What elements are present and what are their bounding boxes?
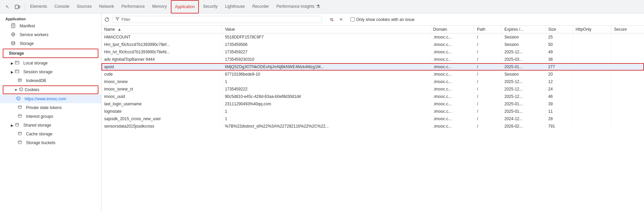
session-storage-label: Session storage <box>23 70 52 74</box>
col-name[interactable]: Name ▲ <box>101 26 222 33</box>
sidebar-item-shared-storage[interactable]: ▶ Shared storage <box>0 121 101 130</box>
tab-network[interactable]: Network <box>96 0 117 14</box>
svg-rect-0 <box>15 5 18 9</box>
table-row[interactable]: last_login_username23111290493%40qq.com.… <box>101 100 644 108</box>
storage-section-header[interactable]: Storage <box>3 49 98 58</box>
svg-point-28 <box>18 99 19 99</box>
sidebar-item-interest-groups[interactable]: Interest groups <box>0 112 101 121</box>
imooc-icon <box>16 96 22 102</box>
tab-recorder[interactable]: Recorder <box>249 0 272 14</box>
shared-storage-icon <box>15 123 21 128</box>
local-storage-arrow: ▶ <box>11 61 14 65</box>
sidebar-item-cookies[interactable]: ▼ Cookies <box>3 85 98 94</box>
sidebar: Application Manifest <box>0 14 101 213</box>
clear-all-button[interactable] <box>327 16 336 24</box>
sidebar-item-local-storage[interactable]: ▶ Local storage <box>0 59 101 68</box>
tab-performance-insights[interactable]: Performance insights ⚗ <box>273 0 324 14</box>
col-value[interactable]: Value <box>222 26 430 33</box>
sidebar-item-manifest[interactable]: Manifest <box>0 22 101 30</box>
col-secure[interactable]: Secure <box>611 26 644 33</box>
svg-point-26 <box>17 98 18 98</box>
shared-storage-label: Shared storage <box>23 123 51 128</box>
sidebar-item-imooc[interactable]: https://www.imooc.com <box>0 95 101 103</box>
svg-point-19 <box>18 79 21 80</box>
cookies-tbody: HMACCOUNT5518DDFF1578C9F7.imooc.c.../Ses… <box>101 33 644 130</box>
svg-point-21 <box>20 88 21 89</box>
col-path[interactable]: Path <box>474 26 502 33</box>
inspect-icon[interactable]: ↖ <box>3 2 12 11</box>
refresh-button[interactable] <box>104 17 110 22</box>
table-row[interactable]: adv #globalTopBanner 94441735459230310.i… <box>101 56 644 63</box>
storage-top-label: Storage <box>20 41 34 46</box>
filter-input[interactable] <box>132 17 319 22</box>
svg-point-29 <box>18 106 21 107</box>
cookies-label: Cookies <box>25 87 39 92</box>
svg-point-31 <box>16 123 19 124</box>
sidebar-item-session-storage[interactable]: ▶ Session storage <box>0 68 101 76</box>
imooc-url-label: https://www.imooc.com <box>25 97 66 101</box>
sort-arrow-name: ▲ <box>117 27 121 32</box>
storage-section-label: Storage <box>9 51 24 56</box>
sidebar-item-cache-storage[interactable]: Cache storage <box>0 130 101 138</box>
cookies-table: Name ▲ Value Domain Path Expires /... Si… <box>101 26 644 130</box>
tab-elements[interactable]: Elements <box>27 0 50 14</box>
col-domain[interactable]: Domain <box>430 26 474 33</box>
svg-point-23 <box>21 89 22 90</box>
svg-rect-1 <box>19 6 20 8</box>
application-section-header: Application <box>0 15 101 22</box>
tab-lighthouse[interactable]: Lighthouse <box>222 0 248 14</box>
device-toggle-icon[interactable] <box>13 2 22 11</box>
filter-actions: ✕ <box>327 16 345 24</box>
issues-filter-wrapper: Only show cookies with an issue <box>350 17 415 22</box>
session-storage-icon <box>15 69 21 75</box>
cookies-arrow: ▼ <box>14 88 18 92</box>
svg-point-25 <box>17 97 20 100</box>
svg-point-22 <box>21 88 22 88</box>
storage-buckets-label: Storage buckets <box>26 140 55 145</box>
svg-point-30 <box>18 114 21 115</box>
table-row[interactable]: imooc_isnew_ct1735459222.imooc.c.../2025… <box>101 85 644 93</box>
tab-performance[interactable]: Performance <box>118 0 148 14</box>
storage-icon <box>11 41 17 47</box>
tab-application[interactable]: Application <box>171 0 199 14</box>
table-row[interactable]: sajssdk_2015_cross_new_user1.imooc.c.../… <box>101 115 644 123</box>
table-row[interactable]: apsidlIMjQ5ZDg3OTNkODExNjJmNjBkNWE4Mzk4M… <box>101 63 644 71</box>
table-row[interactable]: sensorsdata2015jssdkcross%7B%22distinct_… <box>101 123 644 130</box>
session-storage-arrow: ▶ <box>11 70 14 74</box>
table-row[interactable]: Hm_lpvt_f0cfcccd7b1393990c78ef...1735459… <box>101 41 644 48</box>
tab-memory[interactable]: Memory <box>149 0 170 14</box>
interest-groups-label: Interest groups <box>26 114 53 119</box>
cache-storage-label: Cache storage <box>26 132 52 136</box>
table-row[interactable]: imooc_isnew1.imooc.c.../2025-12...12 <box>101 78 644 85</box>
tab-console[interactable]: Console <box>51 0 73 14</box>
sidebar-item-storage-buckets[interactable]: Storage buckets <box>0 138 101 147</box>
col-expires[interactable]: Expires /... <box>502 26 546 33</box>
tab-sources[interactable]: Sources <box>73 0 95 14</box>
svg-point-12 <box>12 42 15 43</box>
interest-groups-icon <box>18 114 23 119</box>
table-row[interactable]: imooc_uuid90c5d810-e45c-428d-83aa-b0ef8d… <box>101 93 644 100</box>
sidebar-item-service-workers[interactable]: Service workers <box>0 30 101 39</box>
close-filter-button[interactable]: ✕ <box>337 16 345 24</box>
content-area: Filter ✕ Only show cookies with an issue <box>101 14 644 213</box>
only-issues-checkbox[interactable] <box>350 17 355 22</box>
table-row[interactable]: loginstate1.imooc.c.../2025-01...11 <box>101 108 644 115</box>
filter-input-wrapper: Filter <box>112 16 322 23</box>
manifest-label: Manifest <box>20 24 35 28</box>
svg-point-32 <box>18 132 21 133</box>
sidebar-item-storage-top[interactable]: Storage <box>0 39 101 48</box>
filter-label-text: Filter <box>121 17 131 22</box>
tab-security[interactable]: Security <box>200 0 221 14</box>
table-row[interactable]: cvde67710196bede9-10.imooc.c.../Session2… <box>101 71 644 78</box>
shared-storage-arrow: ▶ <box>11 124 14 127</box>
sidebar-item-indexeddb[interactable]: IndexedDB <box>0 76 101 85</box>
table-row[interactable]: Hm_lvt_f0cfcccd7b1393990c78efd...1735459… <box>101 48 644 56</box>
sidebar-item-private-state[interactable]: Private state tokens <box>0 103 101 112</box>
main-layout: Application Manifest <box>0 14 644 213</box>
table-row[interactable]: HMACCOUNT5518DDFF1578C9F7.imooc.c.../Ses… <box>101 33 644 41</box>
svg-rect-13 <box>15 61 19 64</box>
storage-buckets-icon <box>18 140 23 145</box>
col-httponly[interactable]: HttpOnly <box>573 26 611 33</box>
indexeddb-icon <box>18 78 23 83</box>
col-size[interactable]: Size <box>545 26 573 33</box>
